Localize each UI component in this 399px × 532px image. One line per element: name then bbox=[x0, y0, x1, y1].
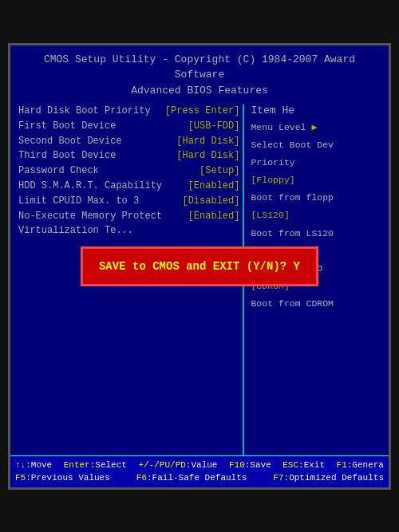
bios-screen: CMOS Setup Utility - Copyright (C) 1984-… bbox=[8, 43, 391, 490]
popup-message: SAVE to CMOS and EXIT (Y/N)? Y bbox=[99, 260, 300, 273]
save-exit-dialog: SAVE to CMOS and EXIT (Y/N)? Y bbox=[81, 246, 318, 286]
popup-overlay: SAVE to CMOS and EXIT (Y/N)? Y bbox=[10, 45, 389, 487]
